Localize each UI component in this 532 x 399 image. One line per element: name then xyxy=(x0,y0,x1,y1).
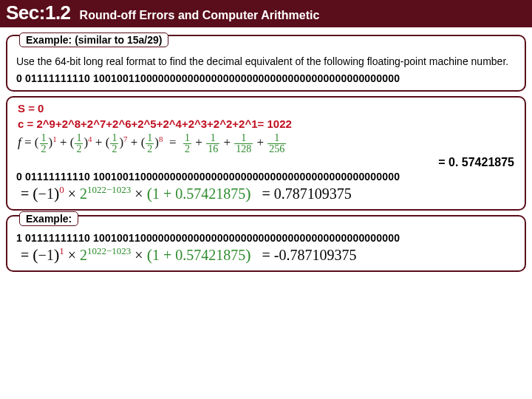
work-panel: S = 0 c = 2^9+2^8+2^7+2^6+2^5+2^4+2^3+2^… xyxy=(6,96,526,211)
final-formula-2: = (−1)1 × 21022−1023 × (1 + 0.57421875) … xyxy=(21,245,513,265)
example-tag-1: Example: (similar to 15a/29) xyxy=(19,33,168,47)
final-formula-1: = (−1)0 × 21022−1023 × (1 + 0.57421875) … xyxy=(21,184,513,203)
example1-intro: Use the 64-bit long real format to find … xyxy=(16,55,516,68)
final-result-2: = -0.787109375 xyxy=(262,247,357,263)
section-title: Round-off Errors and Computer Arithmetic xyxy=(80,9,320,22)
section-number: Sec:1.2 xyxy=(6,1,71,24)
final-result-1: = 0.787109375 xyxy=(262,185,352,202)
example-tag-2: Example: xyxy=(19,211,78,226)
example-panel-2: Example: 1 01111111110 10010011000000000… xyxy=(6,215,526,272)
f-expansion: f = (12)1 + (12)4 + (12)7 + (12)8 = 12 +… xyxy=(18,133,514,154)
example-panel-1: Example: (similar to 15a/29) Use the 64-… xyxy=(6,35,526,92)
section-header: Sec:1.2 Round-off Errors and Computer Ar… xyxy=(0,0,532,27)
f-result: = 0. 57421875 xyxy=(13,156,514,169)
example1-bits: 0 01111111110 10010011000000000000000000… xyxy=(16,72,516,84)
c-line: c = 2^9+2^8+2^7+2^6+2^5+2^4+2^3+2^2+2^1=… xyxy=(18,117,514,130)
s-line: S = 0 xyxy=(18,102,514,115)
example2-bits: 1 01111111110 10010011000000000000000000… xyxy=(16,232,516,244)
work-bits: 0 01111111110 10010011000000000000000000… xyxy=(16,171,516,183)
